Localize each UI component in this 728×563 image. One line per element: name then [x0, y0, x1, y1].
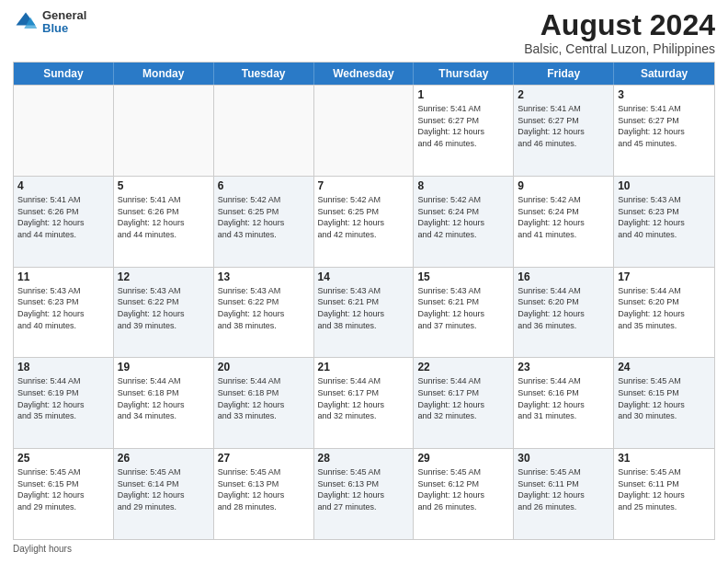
day-number: 13	[218, 270, 310, 283]
footer-note: Daylight hours	[13, 544, 715, 554]
cal-cell-2-2: 5Sunrise: 5:41 AM Sunset: 6:26 PM Daylig…	[114, 177, 214, 267]
cal-cell-1-5: 1Sunrise: 5:41 AM Sunset: 6:27 PM Daylig…	[414, 86, 514, 176]
logo: General Blue	[13, 9, 86, 36]
cal-cell-4-4: 21Sunrise: 5:44 AM Sunset: 6:17 PM Dayli…	[314, 358, 415, 448]
day-number: 28	[318, 452, 410, 465]
day-info: Sunrise: 5:45 AM Sunset: 6:15 PM Dayligh…	[618, 375, 711, 421]
cal-cell-3-5: 15Sunrise: 5:43 AM Sunset: 6:21 PM Dayli…	[414, 268, 514, 358]
cal-cell-2-3: 6Sunrise: 5:42 AM Sunset: 6:25 PM Daylig…	[214, 177, 314, 267]
day-info: Sunrise: 5:45 AM Sunset: 6:14 PM Dayligh…	[118, 466, 210, 512]
cal-header-wednesday: Wednesday	[314, 63, 415, 85]
cal-cell-2-5: 8Sunrise: 5:42 AM Sunset: 6:24 PM Daylig…	[414, 177, 514, 267]
cal-header-sunday: Sunday	[14, 63, 114, 85]
day-number: 4	[17, 179, 109, 192]
day-info: Sunrise: 5:43 AM Sunset: 6:22 PM Dayligh…	[218, 285, 310, 331]
logo-general-label: General	[42, 9, 86, 22]
day-info: Sunrise: 5:41 AM Sunset: 6:26 PM Dayligh…	[17, 194, 109, 240]
main-title: August 2024	[524, 9, 715, 41]
day-info: Sunrise: 5:44 AM Sunset: 6:20 PM Dayligh…	[518, 285, 609, 331]
cal-week-1: 1Sunrise: 5:41 AM Sunset: 6:27 PM Daylig…	[14, 85, 714, 176]
day-info: Sunrise: 5:42 AM Sunset: 6:25 PM Dayligh…	[318, 194, 410, 240]
cal-week-2: 4Sunrise: 5:41 AM Sunset: 6:26 PM Daylig…	[14, 176, 714, 267]
day-info: Sunrise: 5:42 AM Sunset: 6:25 PM Dayligh…	[218, 194, 310, 240]
day-number: 21	[318, 361, 410, 373]
day-number: 20	[218, 361, 310, 373]
day-number: 7	[318, 179, 410, 192]
cal-cell-3-3: 13Sunrise: 5:43 AM Sunset: 6:22 PM Dayli…	[214, 268, 314, 358]
cal-header-thursday: Thursday	[414, 63, 514, 85]
header: General Blue August 2024 Balsic, Central…	[13, 9, 715, 56]
cal-cell-3-2: 12Sunrise: 5:43 AM Sunset: 6:22 PM Dayli…	[114, 268, 214, 358]
day-number: 10	[618, 179, 711, 192]
day-number: 8	[417, 179, 509, 192]
cal-cell-5-6: 30Sunrise: 5:45 AM Sunset: 6:11 PM Dayli…	[514, 449, 614, 539]
day-info: Sunrise: 5:42 AM Sunset: 6:24 PM Dayligh…	[518, 194, 609, 240]
day-info: Sunrise: 5:44 AM Sunset: 6:18 PM Dayligh…	[218, 375, 310, 421]
day-info: Sunrise: 5:45 AM Sunset: 6:11 PM Dayligh…	[518, 466, 609, 512]
cal-cell-3-6: 16Sunrise: 5:44 AM Sunset: 6:20 PM Dayli…	[514, 268, 614, 358]
cal-cell-1-1	[14, 86, 114, 176]
cal-cell-2-6: 9Sunrise: 5:42 AM Sunset: 6:24 PM Daylig…	[514, 177, 614, 267]
day-info: Sunrise: 5:41 AM Sunset: 6:27 PM Dayligh…	[518, 103, 609, 149]
day-number: 31	[618, 452, 711, 465]
cal-week-4: 18Sunrise: 5:44 AM Sunset: 6:19 PM Dayli…	[14, 357, 714, 448]
cal-cell-1-7: 3Sunrise: 5:41 AM Sunset: 6:27 PM Daylig…	[614, 86, 714, 176]
cal-week-5: 25Sunrise: 5:45 AM Sunset: 6:15 PM Dayli…	[14, 448, 714, 539]
cal-cell-4-1: 18Sunrise: 5:44 AM Sunset: 6:19 PM Dayli…	[14, 358, 114, 448]
day-number: 15	[417, 270, 509, 283]
cal-cell-2-4: 7Sunrise: 5:42 AM Sunset: 6:25 PM Daylig…	[314, 177, 415, 267]
day-number: 27	[218, 452, 310, 465]
day-number: 18	[17, 361, 109, 373]
cal-cell-1-6: 2Sunrise: 5:41 AM Sunset: 6:27 PM Daylig…	[514, 86, 614, 176]
day-number: 23	[518, 361, 609, 373]
day-info: Sunrise: 5:41 AM Sunset: 6:26 PM Dayligh…	[118, 194, 210, 240]
day-info: Sunrise: 5:44 AM Sunset: 6:19 PM Dayligh…	[17, 375, 109, 421]
cal-cell-5-2: 26Sunrise: 5:45 AM Sunset: 6:14 PM Dayli…	[114, 449, 214, 539]
logo-icon	[13, 9, 39, 35]
day-info: Sunrise: 5:43 AM Sunset: 6:23 PM Dayligh…	[618, 194, 711, 240]
cal-cell-1-2	[114, 86, 214, 176]
day-number: 17	[618, 270, 711, 283]
day-number: 2	[518, 88, 609, 101]
day-number: 14	[318, 270, 410, 283]
cal-cell-2-7: 10Sunrise: 5:43 AM Sunset: 6:23 PM Dayli…	[614, 177, 714, 267]
day-info: Sunrise: 5:45 AM Sunset: 6:15 PM Dayligh…	[17, 466, 109, 512]
day-info: Sunrise: 5:44 AM Sunset: 6:17 PM Dayligh…	[417, 375, 509, 421]
day-info: Sunrise: 5:44 AM Sunset: 6:17 PM Dayligh…	[318, 375, 410, 421]
day-number: 16	[518, 270, 609, 283]
day-info: Sunrise: 5:41 AM Sunset: 6:27 PM Dayligh…	[417, 103, 509, 149]
logo-blue-label: Blue	[42, 22, 86, 35]
cal-cell-4-6: 23Sunrise: 5:44 AM Sunset: 6:16 PM Dayli…	[514, 358, 614, 448]
day-number: 19	[118, 361, 210, 373]
cal-header-monday: Monday	[114, 63, 214, 85]
cal-cell-5-5: 29Sunrise: 5:45 AM Sunset: 6:12 PM Dayli…	[414, 449, 514, 539]
cal-cell-1-3	[214, 86, 314, 176]
day-number: 29	[417, 452, 509, 465]
cal-cell-1-4	[314, 86, 415, 176]
day-info: Sunrise: 5:45 AM Sunset: 6:13 PM Dayligh…	[318, 466, 410, 512]
cal-header-friday: Friday	[514, 63, 614, 85]
cal-cell-4-7: 24Sunrise: 5:45 AM Sunset: 6:15 PM Dayli…	[614, 358, 714, 448]
cal-cell-3-4: 14Sunrise: 5:43 AM Sunset: 6:21 PM Dayli…	[314, 268, 415, 358]
day-number: 3	[618, 88, 711, 101]
cal-header-saturday: Saturday	[614, 63, 714, 85]
day-info: Sunrise: 5:41 AM Sunset: 6:27 PM Dayligh…	[618, 103, 711, 149]
day-number: 9	[518, 179, 609, 192]
cal-cell-3-7: 17Sunrise: 5:44 AM Sunset: 6:20 PM Dayli…	[614, 268, 714, 358]
day-info: Sunrise: 5:42 AM Sunset: 6:24 PM Dayligh…	[417, 194, 509, 240]
day-info: Sunrise: 5:43 AM Sunset: 6:21 PM Dayligh…	[318, 285, 410, 331]
day-info: Sunrise: 5:43 AM Sunset: 6:23 PM Dayligh…	[17, 285, 109, 331]
day-info: Sunrise: 5:43 AM Sunset: 6:22 PM Dayligh…	[118, 285, 210, 331]
day-info: Sunrise: 5:45 AM Sunset: 6:12 PM Dayligh…	[417, 466, 509, 512]
day-info: Sunrise: 5:43 AM Sunset: 6:21 PM Dayligh…	[417, 285, 509, 331]
day-number: 24	[618, 361, 711, 373]
day-info: Sunrise: 5:45 AM Sunset: 6:13 PM Dayligh…	[218, 466, 310, 512]
day-number: 30	[518, 452, 609, 465]
day-number: 5	[118, 179, 210, 192]
cal-cell-5-1: 25Sunrise: 5:45 AM Sunset: 6:15 PM Dayli…	[14, 449, 114, 539]
day-number: 11	[17, 270, 109, 283]
day-number: 12	[118, 270, 210, 283]
day-info: Sunrise: 5:44 AM Sunset: 6:20 PM Dayligh…	[618, 285, 711, 331]
cal-week-3: 11Sunrise: 5:43 AM Sunset: 6:23 PM Dayli…	[14, 267, 714, 358]
cal-cell-4-2: 19Sunrise: 5:44 AM Sunset: 6:18 PM Dayli…	[114, 358, 214, 448]
